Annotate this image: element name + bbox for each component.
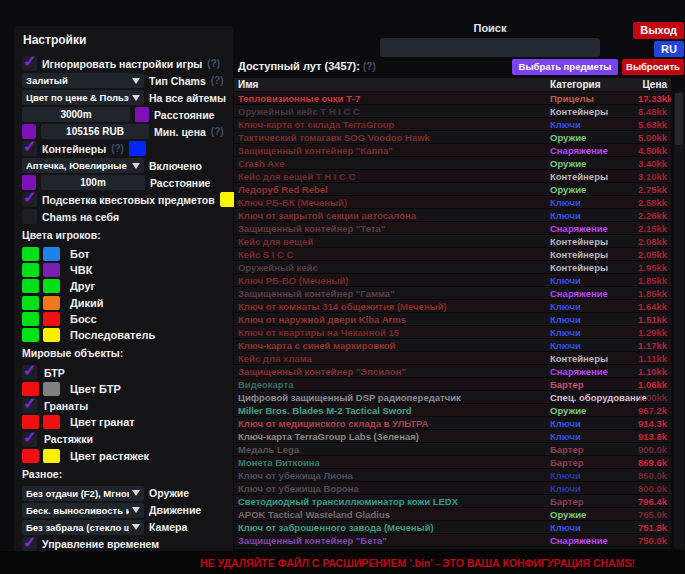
table-row[interactable]: Ключ РБ-БК (Меченый) Ключи 2.58kk [234, 195, 671, 208]
table-row[interactable]: Кейс для хлама Контейнеры 1.11kk [234, 351, 671, 364]
item-name-cell: Ледоруб Red Rebel [234, 184, 550, 195]
hidden-color-swatch[interactable] [43, 312, 60, 326]
movement-options-dropdown[interactable]: Беск. выносливость и нет уста: [22, 503, 144, 518]
table-row[interactable]: Ключ от медицинского склада в УЛЬТРА Клю… [234, 416, 671, 429]
min-price-input[interactable]: 105156 RUB [41, 124, 149, 139]
item-name-cell: Кейс S I C C [234, 249, 550, 260]
table-row[interactable]: Ключ от убежища Ворона Ключи 800.0k [234, 481, 671, 494]
camera-options-dropdown[interactable]: Без забрала (стекло шлема) [22, 520, 144, 535]
table-row[interactable]: Ключ-карта с синей маркировкой Ключи 1.1… [234, 338, 671, 351]
chams-self-checkbox[interactable] [22, 209, 37, 224]
chevron-down-icon [132, 163, 140, 169]
table-row[interactable]: Оружейный кейс Контейнеры 1.95kk [234, 260, 671, 273]
visible-color-swatch[interactable] [22, 449, 39, 463]
drop-all-button[interactable]: Выбросить все [622, 59, 684, 75]
table-row[interactable]: Ключ-карта от склада TerraGroup Ключи 5.… [234, 117, 671, 130]
containers-filter-dropdown[interactable]: Аптечка, Ювелирные и... [22, 158, 144, 173]
containers-checkbox[interactable] [22, 141, 37, 156]
table-row[interactable]: Кейс S I C C Контейнеры 2.05kk [234, 247, 671, 260]
visible-color-swatch[interactable] [22, 279, 39, 293]
containers-distance-input[interactable]: 100m [41, 175, 145, 190]
column-header-price[interactable]: Цена [638, 79, 671, 90]
item-price-cell: 1.85kk [638, 288, 671, 299]
scrollbar-thumb[interactable] [675, 93, 683, 145]
quest-items-checkbox[interactable] [22, 192, 37, 207]
column-header-category[interactable]: Категория [550, 79, 638, 90]
scrollbar[interactable] [674, 91, 684, 549]
hidden-color-swatch[interactable] [43, 296, 60, 310]
hidden-color-swatch[interactable] [43, 279, 60, 293]
chams-type-dropdown[interactable]: Залитый [22, 73, 144, 88]
item-category-cell: Ключи [550, 431, 638, 442]
btr-checkbox[interactable] [22, 365, 37, 380]
tripwires-checkbox[interactable] [22, 432, 37, 447]
table-row[interactable]: Защищенный контейнер "Тета" Снаряжение 2… [234, 221, 671, 234]
help-icon[interactable]: (?) [363, 61, 376, 72]
visible-color-swatch[interactable] [22, 247, 39, 261]
table-row[interactable]: Оружейный кейс T H I C C Контейнеры 8.48… [234, 104, 671, 117]
table-row[interactable]: Защищенный контейнер "Гамма" Снаряжение … [234, 286, 671, 299]
item-price-cell: 1.00kk [638, 392, 671, 403]
help-icon[interactable]: (?) [211, 75, 224, 86]
table-row[interactable]: Медаль Lega Бартер 900.0k [234, 442, 671, 455]
table-row[interactable]: Светодиодный трансиллюминатор кожи LEDX … [234, 494, 671, 507]
item-price-cell: 750.0k [638, 535, 671, 546]
item-category-cell: Ключи [550, 470, 638, 481]
item-name-cell: Тактический томагавк SOG Voodoo Hawk [234, 132, 550, 143]
item-price-cell: 5.00kk [638, 132, 671, 143]
visible-color-swatch[interactable] [22, 263, 39, 277]
hidden-color-swatch[interactable] [43, 382, 60, 396]
table-row[interactable]: Защищенный контейнер "Бета" Снаряжение 7… [234, 533, 671, 546]
all-items-mode-dropdown[interactable]: Цвет по цене & Пользователь [22, 90, 144, 105]
hidden-color-swatch[interactable] [43, 415, 60, 429]
table-row[interactable]: Ключ от заброшенного завода (Меченый) Кл… [234, 520, 671, 533]
table-row[interactable]: Ледоруб Red Rebel Оружие 2.75kk [234, 182, 671, 195]
table-row[interactable]: Crash Axe Оружие 3.40kk [234, 156, 671, 169]
select-kappa-items-button[interactable]: Выбрать предметы каппа [512, 59, 618, 75]
table-row[interactable]: Тактический томагавк SOG Voodoo Hawk Ору… [234, 130, 671, 143]
hidden-color-swatch[interactable] [43, 449, 60, 463]
time-control-checkbox[interactable] [22, 537, 37, 552]
weapon-options-dropdown[interactable]: Без отдачи (F2), Мгновенное п [22, 486, 144, 501]
item-name-cell: Защищенный контейнер "Каппа" [234, 145, 550, 156]
table-row[interactable]: Ключ от ... Ключи 750.0k [234, 546, 671, 549]
table-row[interactable]: Защищенный контейнер "Каппа" Снаряжение … [234, 143, 671, 156]
hidden-color-swatch[interactable] [43, 263, 60, 277]
exit-button[interactable]: Выход [633, 22, 684, 39]
containers-distance-label: Расстояние [150, 177, 210, 189]
table-row[interactable]: Защищенный контейнер "Эпсилон" Снаряжени… [234, 364, 671, 377]
table-row[interactable]: Ключ от квартиры на Чеканной 15 Ключи 1.… [234, 325, 671, 338]
table-row[interactable]: Видеокарта Бартер 1.06kk [234, 377, 671, 390]
grenades-checkbox[interactable] [22, 398, 37, 413]
table-row[interactable]: APOK Tactical Wasteland Gladius Оружие 7… [234, 507, 671, 520]
table-row[interactable]: Цифровой защищенный DSP радиопередатчик … [234, 390, 671, 403]
table-row[interactable]: Ключ от комнаты 314 общежития (Меченый) … [234, 299, 671, 312]
help-icon[interactable]: (?) [211, 126, 224, 137]
help-icon[interactable]: (?) [111, 143, 124, 154]
distance-input[interactable]: 3000m [22, 107, 130, 122]
search-input[interactable] [380, 38, 600, 57]
visible-color-swatch[interactable] [22, 328, 39, 342]
containers-color-swatch[interactable] [129, 141, 146, 156]
table-row[interactable]: Ключ от убежища Лиона Ключи 850.0k [234, 468, 671, 481]
table-row[interactable]: Кейс для вещей T H I C C Контейнеры 3.10… [234, 169, 671, 182]
help-icon[interactable]: (?) [207, 58, 220, 69]
hidden-color-swatch[interactable] [43, 328, 60, 342]
ignore-game-settings-checkbox[interactable] [22, 56, 37, 71]
visible-color-swatch[interactable] [22, 296, 39, 310]
table-row[interactable]: Монета Биткоина Бартер 869.6k [234, 455, 671, 468]
table-row[interactable]: Miller Bros. Blades M-2 Tactical Sword О… [234, 403, 671, 416]
player-color-row-follower: Последователь [22, 327, 226, 343]
table-row[interactable]: Ключ от закрытой секции автосалона Ключи… [234, 208, 671, 221]
table-row[interactable]: Тепловизионные очки Т-7 Прицелы 17.33kk [234, 91, 671, 104]
distance-color-swatch[interactable] [135, 107, 149, 122]
table-row[interactable]: Ключ-карта TerraGroup Labs (Зеленая) Клю… [234, 429, 671, 442]
visible-color-swatch[interactable] [22, 312, 39, 326]
table-row[interactable]: Кейс для вещей Контейнеры 2.08kk [234, 234, 671, 247]
item-price-cell: 869.6k [638, 457, 671, 468]
column-header-name[interactable]: Имя [234, 79, 550, 90]
hidden-color-swatch[interactable] [43, 247, 60, 261]
language-button[interactable]: RU [654, 41, 684, 57]
table-row[interactable]: Ключ РБ-ВО (Меченый) Ключи 1.85kk [234, 273, 671, 286]
table-row[interactable]: Ключ от наружной двери Kiba Arms Ключи 1… [234, 312, 671, 325]
